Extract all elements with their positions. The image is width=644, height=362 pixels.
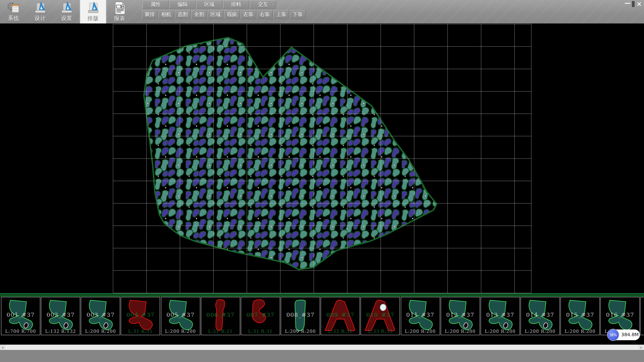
- tool-align-left[interactable]: 左靠: [240, 10, 256, 19]
- piece-cell[interactable]: 015_#37L:200 R:200: [560, 297, 600, 335]
- piece-id: 0: [641, 311, 644, 318]
- piece-id: 011_#37: [401, 311, 440, 318]
- piece-lr-count: L:31 R:31: [121, 329, 160, 334]
- piece-lr-count: L:200 R:200: [81, 329, 120, 334]
- tool-camera[interactable]: 相机: [158, 10, 174, 19]
- hide-layout-view: [0, 23, 644, 294]
- piece-id: 012_#37: [441, 311, 480, 318]
- piece-lr-count: L:700 R:700: [1, 329, 40, 334]
- piece-lr-count: L:200 R:200: [521, 329, 559, 334]
- piece-id: 003_#37: [81, 311, 120, 318]
- piece-lr-count: L:33 R:33: [361, 329, 399, 334]
- piece-cell[interactable]: 006_#37L:21 R:21: [201, 297, 240, 335]
- tool-defect[interactable]: 瑕疵: [224, 10, 240, 19]
- piece-cell[interactable]: 0L:: [640, 297, 644, 335]
- piece-id: 016_#37: [601, 311, 639, 318]
- piece-lr-count: L:200 R:200: [401, 329, 440, 334]
- piece-cell[interactable]: 002_#37L:132 R:132: [41, 297, 80, 335]
- piece-cell[interactable]: 014_#37L:200 R:200: [521, 297, 560, 335]
- piece-id: 004_#37: [121, 311, 160, 318]
- leather-hide[interactable]: [144, 38, 437, 269]
- tool-align-top[interactable]: 上靠: [273, 10, 289, 19]
- piece-strip: 001_#37L:700 R:700002_#37L:132 R:132003_…: [0, 296, 644, 336]
- horizontal-scrollbar[interactable]: ‹ ›: [0, 345, 644, 350]
- menu-region[interactable]: 区域: [196, 0, 222, 9]
- tool-align-bottom[interactable]: 下靠: [290, 10, 306, 19]
- minimize-button[interactable]: —: [623, 1, 633, 7]
- piece-lr-count: L:200 R:200: [281, 329, 320, 334]
- scroll-left-icon[interactable]: ‹: [0, 345, 5, 350]
- ruler-laptop-icon: [34, 1, 47, 15]
- piece-id: 002_#37: [41, 311, 80, 318]
- tab-settings-label: 设置: [54, 15, 79, 22]
- piece-lr-count: L:: [641, 329, 644, 334]
- ruler-laptop-icon: [87, 1, 100, 15]
- piece-lr-count: L:132 R:132: [41, 329, 80, 334]
- memory-percent: 38%: [607, 329, 619, 341]
- piece-id: 015_#37: [561, 311, 599, 318]
- tool-select-cut[interactable]: 选割: [175, 10, 191, 19]
- piece-lr-count: L:200 R:200: [481, 329, 520, 334]
- piece-cell[interactable]: 001_#37L:700 R:700: [1, 297, 40, 335]
- tab-system[interactable]: 系统: [1, 0, 26, 23]
- tab-settings[interactable]: 设置: [54, 0, 79, 23]
- strip-lower-gap: [0, 336, 644, 345]
- memory-badge: 38% 384.8M: [608, 329, 640, 340]
- piece-lr-count: L:200 R:200: [161, 329, 200, 334]
- piece-cell[interactable]: 012_#37L:200 R:200: [441, 297, 480, 335]
- menu-properties[interactable]: 属性: [143, 0, 169, 9]
- piece-cell[interactable]: 003_#37L:200 R:200: [81, 297, 120, 335]
- tab-nesting-label: 排版: [80, 15, 106, 22]
- nesting-canvas[interactable]: [0, 23, 644, 294]
- piece-cell[interactable]: 004_#37L:31 R:31: [121, 297, 160, 335]
- strip-separator: [0, 294, 644, 296]
- piece-cell[interactable]: 010_#37L:33 R:33: [361, 297, 400, 335]
- piece-id: 013_#37: [481, 311, 520, 318]
- piece-id: 005_#37: [161, 311, 200, 318]
- piece-lr-count: L:31 R:31: [241, 329, 280, 334]
- piece-id: 007_#37: [241, 311, 280, 318]
- piece-id: 006_#37: [201, 311, 240, 318]
- scroll-right-icon[interactable]: ›: [638, 345, 644, 350]
- piece-cell[interactable]: 005_#37L:200 R:200: [161, 297, 200, 335]
- tab-nesting[interactable]: 排版: [80, 0, 106, 23]
- menu-nest[interactable]: 排料: [223, 0, 249, 9]
- maximize-button[interactable]: [632, 1, 635, 7]
- tab-system-label: 系统: [1, 15, 26, 22]
- piece-lr-count: L:200 R:200: [441, 329, 480, 334]
- piece-id: 008_#37: [281, 311, 320, 318]
- toolbar: 系统 设计 设置: [0, 0, 644, 23]
- status-bar: [0, 350, 644, 362]
- piece-cell[interactable]: 007_#37L:31 R:31: [241, 297, 280, 335]
- tool-cluster-nest[interactable]: 聚排: [142, 10, 158, 19]
- tab-design-label: 设计: [27, 15, 53, 22]
- piece-id: 009_#37: [321, 311, 360, 318]
- piece-lr-count: L:200 R:200: [561, 329, 599, 334]
- menu-interact[interactable]: 交互: [250, 0, 276, 9]
- menu-edit[interactable]: 编辑: [169, 0, 196, 9]
- piece-id: 010_#37: [361, 311, 399, 318]
- piece-id: 001_#37: [1, 311, 40, 318]
- ruler-laptop-icon: [60, 1, 73, 15]
- tool-region[interactable]: 区域: [208, 10, 223, 19]
- piece-cell[interactable]: 008_#37L:200 R:200: [281, 297, 320, 335]
- piece-lr-count: L:32 R:31: [321, 329, 360, 334]
- report-document-icon: [113, 1, 126, 15]
- tab-report-label: 报表: [107, 15, 132, 22]
- piece-id: 014_#37: [521, 311, 559, 318]
- memory-value: 384.8M: [621, 329, 639, 340]
- piece-lr-count: L:21 R:21: [201, 329, 240, 334]
- application-window: 系统 设计 设置: [0, 0, 644, 362]
- gear-notebook-icon: [7, 1, 20, 15]
- tool-align-right[interactable]: 右靠: [257, 10, 273, 19]
- tool-cut-all[interactable]: 全割: [191, 10, 207, 19]
- piece-cell[interactable]: 009_#37L:32 R:31: [321, 297, 360, 335]
- close-button[interactable]: ✕: [635, 1, 644, 7]
- tab-design[interactable]: 设计: [27, 0, 53, 23]
- piece-cell[interactable]: 011_#37L:200 R:200: [401, 297, 440, 335]
- tab-report[interactable]: 报表: [107, 0, 132, 23]
- piece-cell[interactable]: 013_#37L:200 R:200: [481, 297, 520, 335]
